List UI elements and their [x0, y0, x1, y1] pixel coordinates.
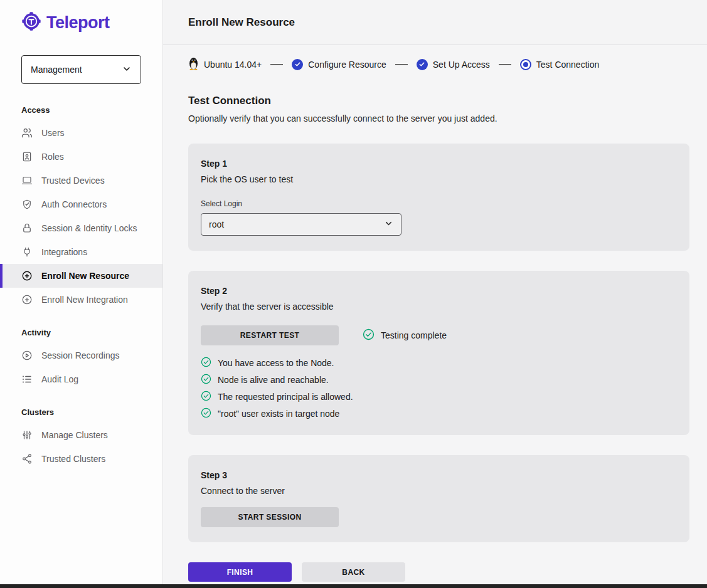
sidebar-item-label: Trusted Devices: [41, 176, 105, 186]
step-set-up-access: Set Up Access: [417, 59, 490, 70]
step1-title: Step 1: [201, 159, 677, 169]
sidebar-item-session-identity-locks[interactable]: Session & Identity Locks: [0, 216, 162, 240]
step1-card: Step 1 Pick the OS user to test Select L…: [188, 144, 689, 251]
section-subtitle: Optionally verify that you can successfu…: [188, 113, 689, 123]
sidebar-item-enroll-new-resource[interactable]: Enroll New Resource: [0, 264, 162, 288]
page-header: Enroll New Resource: [163, 0, 707, 45]
sidebar-item-label: Users: [41, 128, 65, 138]
step-test-connection: Test Connection: [520, 59, 599, 70]
sidebar-item-users[interactable]: Users: [0, 121, 162, 145]
sliders-icon: [21, 429, 33, 441]
check-row: You have access to the Node.: [201, 357, 677, 369]
sidebar-section-access: Access: [0, 105, 162, 115]
check-text: The requested principal is allowed.: [218, 392, 353, 402]
success-check-icon: [363, 328, 375, 342]
network-icon: [21, 453, 33, 465]
testing-status-text: Testing complete: [381, 330, 447, 340]
testing-status: Testing complete: [363, 328, 447, 342]
enroll-stepper: Ubuntu 14.04+ Configure Resource Set Up …: [188, 56, 689, 72]
sidebar-item-label: Roles: [41, 152, 64, 162]
list-icon: [21, 374, 33, 385]
check-row: The requested principal is allowed.: [201, 391, 677, 403]
restart-test-button[interactable]: RESTART TEST: [201, 325, 339, 345]
step3-description: Connect to the server: [201, 486, 677, 496]
users-icon: [21, 127, 33, 139]
sidebar-item-manage-clusters[interactable]: Manage Clusters: [0, 423, 162, 447]
teleport-logo-text: Teleport: [46, 13, 110, 33]
step3-card: Step 3 Connect to the server START SESSI…: [188, 455, 689, 542]
sidebar-section-activity: Activity: [0, 328, 162, 337]
success-check-icon: [201, 391, 211, 403]
sidebar-item-session-recordings[interactable]: Session Recordings: [0, 344, 162, 367]
chevron-down-icon: [122, 64, 132, 76]
step-current-radio-icon: [520, 59, 531, 70]
step-separator: [395, 64, 408, 65]
shield-icon: [21, 199, 33, 210]
plus-circle-icon: [21, 270, 33, 281]
login-select[interactable]: root: [201, 213, 401, 236]
teleport-logo[interactable]: Teleport: [0, 11, 162, 34]
check-text: Node is alive and reachable.: [218, 375, 329, 385]
chevron-down-icon: [384, 219, 393, 230]
section-title: Test Connection: [188, 95, 689, 107]
step3-title: Step 3: [201, 470, 677, 480]
teleport-logo-icon: [21, 11, 41, 34]
sidebar-item-label: Enroll New Integration: [41, 295, 128, 305]
login-select-value: root: [209, 219, 224, 229]
sidebar-item-label: Integrations: [41, 247, 87, 257]
plus-circle-icon: [21, 294, 33, 305]
step2-title: Step 2: [201, 286, 677, 296]
sidebar-item-label: Trusted Clusters: [41, 454, 105, 464]
management-dropdown[interactable]: Management: [21, 55, 141, 84]
back-button[interactable]: BACK: [302, 562, 405, 582]
step-done-check-icon: [417, 59, 428, 70]
step-label: Test Connection: [536, 60, 599, 70]
step1-description: Pick the OS user to test: [201, 174, 677, 184]
step-separator: [499, 64, 511, 65]
lock-icon: [21, 223, 33, 234]
step-configure-resource: Configure Resource: [292, 59, 386, 70]
laptop-icon: [21, 175, 33, 186]
app-root: Teleport Management Access Users Roles: [0, 0, 707, 588]
content: Ubuntu 14.04+ Configure Resource Set Up …: [163, 45, 707, 582]
management-dropdown-value: Management: [31, 65, 82, 75]
bottom-strip: [0, 584, 707, 588]
step2-card: Step 2 Verify that the server is accessi…: [188, 271, 689, 435]
check-text: "root" user exists in target node: [218, 409, 339, 419]
sidebar-item-audit-log[interactable]: Audit Log: [0, 367, 162, 391]
check-row: "root" user exists in target node: [201, 407, 677, 420]
sidebar-item-label: Session & Identity Locks: [41, 223, 137, 233]
sidebar-section-clusters: Clusters: [0, 407, 162, 417]
sidebar-item-label: Enroll New Resource: [41, 271, 129, 281]
step-label: Configure Resource: [308, 60, 386, 70]
sidebar-item-label: Session Recordings: [41, 350, 120, 360]
select-login-label: Select Login: [201, 199, 677, 208]
sidebar-item-auth-connectors[interactable]: Auth Connectors: [0, 192, 162, 216]
sidebar-item-label: Auth Connectors: [41, 199, 107, 209]
id-badge-icon: [21, 151, 33, 162]
success-check-icon: [201, 407, 211, 420]
sidebar: Teleport Management Access Users Roles: [0, 0, 163, 588]
step-separator: [270, 64, 283, 65]
page-title: Enroll New Resource: [188, 16, 295, 29]
sidebar-item-integrations[interactable]: Integrations: [0, 240, 162, 264]
sidebar-item-enroll-new-integration[interactable]: Enroll New Integration: [0, 288, 162, 312]
sidebar-item-trusted-clusters[interactable]: Trusted Clusters: [0, 447, 162, 471]
connection-check-list: You have access to the Node. Node is ali…: [201, 357, 677, 420]
plug-icon: [21, 246, 33, 258]
sidebar-item-label: Audit Log: [41, 374, 78, 384]
sidebar-item-trusted-devices[interactable]: Trusted Devices: [0, 169, 162, 192]
start-session-button[interactable]: START SESSION: [201, 507, 339, 527]
finish-button[interactable]: FINISH: [188, 562, 292, 582]
play-circle-icon: [21, 350, 33, 361]
main-area: Enroll New Resource: [163, 0, 707, 588]
check-text: You have access to the Node.: [218, 358, 334, 368]
success-check-icon: [201, 374, 211, 386]
sidebar-item-roles[interactable]: Roles: [0, 145, 162, 169]
step-label: Set Up Access: [433, 60, 490, 70]
check-row: Node is alive and reachable.: [201, 374, 677, 386]
resource-chip: Ubuntu 14.04+: [188, 56, 262, 72]
linux-penguin-icon: [188, 56, 199, 72]
resource-label: Ubuntu 14.04+: [204, 60, 262, 70]
success-check-icon: [201, 357, 211, 369]
